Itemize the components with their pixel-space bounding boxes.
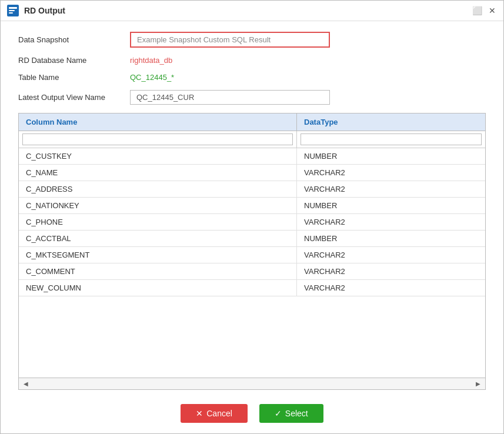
table-row[interactable]: C_CUSTKEYNUMBER: [19, 148, 485, 165]
dialog-footer: ✕ Cancel ✓ Select: [1, 396, 503, 433]
svg-rect-3: [9, 12, 13, 14]
title-bar-left: RD Output: [6, 4, 65, 17]
datatype-filter[interactable]: [301, 133, 482, 145]
latest-output-label: Latest Output View Name: [18, 93, 118, 102]
table-body: C_CUSTKEYNUMBERC_NAMEVARCHAR2C_ADDRESSVA…: [19, 148, 485, 378]
select-label: Select: [285, 409, 308, 418]
datatype-cell: VARCHAR2: [297, 165, 485, 181]
table-row[interactable]: C_PHONEVARCHAR2: [19, 214, 485, 231]
table-row[interactable]: C_ADDRESSVARCHAR2: [19, 181, 485, 198]
datatype-filter-cell: [297, 131, 485, 148]
maximize-icon: ⬜: [472, 6, 482, 15]
table-scrollbar: ◀ ▶: [19, 378, 485, 389]
scroll-left-arrow[interactable]: ◀: [21, 379, 31, 388]
table-name-label: Table Name: [18, 73, 118, 82]
column-name-filter-cell: [19, 131, 297, 148]
select-icon: ✓: [275, 409, 282, 418]
table-name-row: Table Name QC_12445_*: [18, 73, 486, 82]
table-row[interactable]: C_NAMEVARCHAR2: [19, 165, 485, 181]
column-name-filter[interactable]: [22, 133, 293, 145]
cancel-button[interactable]: ✕ Cancel: [181, 404, 248, 423]
column-name-cell: C_PHONE: [19, 214, 297, 230]
column-name-header: Column Name: [19, 113, 297, 131]
close-button[interactable]: ✕: [487, 5, 498, 16]
column-name-cell: C_NAME: [19, 165, 297, 181]
datatype-cell: VARCHAR2: [297, 214, 485, 230]
table-row[interactable]: C_COMMENTVARCHAR2: [19, 263, 485, 280]
datatype-cell: VARCHAR2: [297, 280, 485, 296]
column-name-cell: C_MKTSEGMENT: [19, 247, 297, 263]
dialog-content: Data Snapshot Example Snapshot Custom SQ…: [1, 21, 503, 396]
column-name-cell: C_NATIONKEY: [19, 198, 297, 213]
select-button[interactable]: ✓ Select: [259, 404, 323, 423]
data-snapshot-row: Data Snapshot Example Snapshot Custom SQ…: [18, 32, 486, 48]
data-snapshot-label: Data Snapshot: [18, 35, 118, 44]
cancel-label: Cancel: [206, 409, 232, 418]
latest-output-row: Latest Output View Name: [18, 90, 486, 105]
rd-output-dialog: RD Output ⬜ ✕ Data Snapshot Example Snap…: [0, 0, 504, 434]
rd-database-label: RD Database Name: [18, 56, 118, 65]
dialog-title: RD Output: [24, 6, 65, 15]
scroll-right-arrow[interactable]: ▶: [473, 379, 483, 388]
column-name-cell: NEW_COLUMN: [19, 280, 297, 296]
datatype-cell: VARCHAR2: [297, 247, 485, 263]
form-section: Data Snapshot Example Snapshot Custom SQ…: [18, 32, 486, 105]
title-bar-right: ⬜ ✕: [472, 5, 498, 16]
column-name-cell: C_CUSTKEY: [19, 148, 297, 164]
table-row[interactable]: C_MKTSEGMENTVARCHAR2: [19, 247, 485, 263]
maximize-button[interactable]: ⬜: [472, 5, 482, 16]
table-header-row: Column Name DataType: [19, 113, 485, 131]
table-row[interactable]: NEW_COLUMNVARCHAR2: [19, 280, 485, 296]
column-table: Column Name DataType C_CUSTKEYNUMBERC_NA…: [18, 113, 486, 390]
datatype-cell: NUMBER: [297, 148, 485, 164]
data-snapshot-value: Example Snapshot Custom SQL Result: [130, 32, 330, 48]
datatype-cell: NUMBER: [297, 231, 485, 246]
svg-rect-1: [9, 7, 17, 9]
column-name-cell: C_COMMENT: [19, 263, 297, 279]
column-name-cell: C_ACCTBAL: [19, 231, 297, 246]
rd-database-value: rightdata_db: [130, 56, 172, 65]
table-row[interactable]: C_NATIONKEYNUMBER: [19, 198, 485, 214]
close-icon: ✕: [489, 6, 496, 15]
cancel-icon: ✕: [196, 409, 203, 418]
table-filter-row: [19, 131, 485, 148]
latest-output-input[interactable]: [130, 90, 330, 105]
datatype-cell: VARCHAR2: [297, 181, 485, 197]
datatype-header: DataType: [297, 113, 485, 131]
app-icon: [6, 4, 19, 17]
datatype-cell: VARCHAR2: [297, 263, 485, 279]
svg-rect-2: [9, 10, 15, 11]
table-name-value: QC_12445_*: [130, 73, 174, 82]
title-bar: RD Output ⬜ ✕: [1, 1, 503, 21]
rd-database-row: RD Database Name rightdata_db: [18, 56, 486, 65]
table-row[interactable]: C_ACCTBALNUMBER: [19, 231, 485, 247]
column-name-cell: C_ADDRESS: [19, 181, 297, 197]
datatype-cell: NUMBER: [297, 198, 485, 213]
